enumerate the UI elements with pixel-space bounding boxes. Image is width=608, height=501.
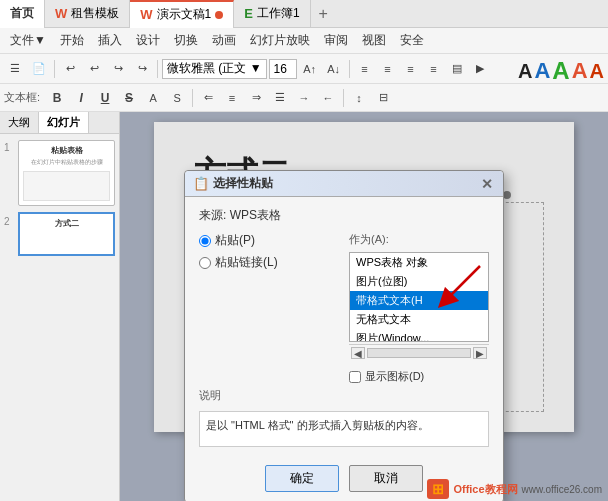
menu-file[interactable]: 文件▼ [4,30,52,51]
font-name-box[interactable]: 微软雅黑 (正文 ▼ [162,59,267,79]
slide-thumb-2[interactable]: 2 方式二 [18,212,115,256]
as-label: 作为(A): [349,232,489,247]
watermark: ⊞ Office教程网 www.office26.com [427,479,602,499]
dialog-title-text: 选择性粘贴 [213,175,273,192]
tb-menu-icon[interactable]: ☰ [4,58,26,80]
ok-button[interactable]: 确定 [265,465,339,492]
menu-switch[interactable]: 切换 [168,30,204,51]
left-tab-outline[interactable]: 大纲 [0,112,39,133]
tb-para1[interactable]: ≡ [354,58,376,80]
fmt-align-left[interactable]: ⇐ [197,87,219,109]
tb-undo2[interactable]: ↩ [83,58,105,80]
paste-radio[interactable] [199,235,211,247]
tab-template-label: 租售模板 [71,5,119,22]
menu-insert[interactable]: 插入 [92,30,128,51]
ribbon-menu: 文件▼ 开始 插入 设计 切换 动画 幻灯片放映 审阅 视图 安全 [0,28,608,54]
scroll-right[interactable]: ▶ [473,347,487,359]
scroll-track[interactable] [367,348,471,358]
tab-sheet1-label: 工作簿1 [257,5,300,22]
ppt1-icon: W [140,7,152,22]
canvas-area: 方式二 📋 选择性粘贴 ✕ 来源: WPS表格 [120,112,608,501]
menu-slideshow[interactable]: 幻灯片放映 [244,30,316,51]
site-name: Office教程网 [453,482,517,497]
fmt-indent-less[interactable]: ← [317,87,339,109]
slide-thumb-1[interactable]: 1 粘贴表格 在幻灯片中粘贴表格的步骤 [18,140,115,206]
tb-para3[interactable]: ≡ [400,58,422,80]
fmt-bold[interactable]: B [46,87,68,109]
as-item-1[interactable]: 图片(位图) [350,272,488,291]
display-icon-row: 显示图标(D) [349,369,489,384]
dialog-source: 来源: WPS表格 [199,207,489,224]
menu-animation[interactable]: 动画 [206,30,242,51]
as-item-2[interactable]: 带格式文本(H [350,291,488,310]
menu-security[interactable]: 安全 [394,30,430,51]
tab-dot [215,11,223,19]
home-label: 首页 [10,5,34,22]
fmt-strikethrough[interactable]: S [118,87,140,109]
left-panel: 大纲 幻灯片 1 粘贴表格 在幻灯片中粘贴表格的步骤 2 方式二 [0,112,120,501]
cancel-button[interactable]: 取消 [349,465,423,492]
as-item-0[interactable]: WPS表格 对象 [350,253,488,272]
dialog-right-col: 作为(A): WPS表格 对象 图片(位图) 带格式文本(H 无格式文本 图片(… [349,232,489,384]
dialog-close-button[interactable]: ✕ [479,176,495,192]
site-url: www.office26.com [522,484,602,495]
dialog-left-col: 粘贴(P) 粘贴链接(L) [199,232,339,384]
slide2-thumb-label: 方式二 [24,218,109,229]
tb-redo[interactable]: ↪ [107,58,129,80]
as-item-3[interactable]: 无格式文本 [350,310,488,329]
fmt-indent-more[interactable]: → [293,87,315,109]
tb-undo[interactable]: ↩ [59,58,81,80]
tb-redo2[interactable]: ↪ [131,58,153,80]
display-icon-label: 显示图标(D) [365,369,424,384]
tb-decrease-font[interactable]: A↓ [323,58,345,80]
fmt-align-center[interactable]: ≡ [221,87,243,109]
sep2 [157,60,158,78]
menu-review[interactable]: 审阅 [318,30,354,51]
fmt-line-spacing[interactable]: ↕ [348,87,370,109]
left-tab-slides[interactable]: 幻灯片 [39,112,89,133]
scroll-left[interactable]: ◀ [351,347,365,359]
paste-option-row[interactable]: 粘贴(P) [199,232,339,249]
font-size-box[interactable]: 16 [269,59,297,79]
slide1-thumb-subtitle: 在幻灯片中粘贴表格的步骤 [23,158,110,167]
toolbar2: 文本框: B I U S A S ⇐ ≡ ⇒ ☰ → ← ↕ ⊟ [0,84,608,112]
tab-sheet1[interactable]: E 工作簿1 [234,0,310,28]
tb-para6[interactable]: ▶ [469,58,491,80]
sheet1-icon: E [244,6,253,21]
display-icon-checkbox[interactable] [349,371,361,383]
as-item-4[interactable]: 图片(Window... [350,329,488,342]
menu-start[interactable]: 开始 [54,30,90,51]
tb-increase-font[interactable]: A↑ [299,58,321,80]
template-icon: W [55,6,67,21]
tab-add[interactable]: + [311,0,336,28]
big-a-red2: A [590,60,604,83]
menu-view[interactable]: 视图 [356,30,392,51]
paste-link-option-row[interactable]: 粘贴链接(L) [199,254,339,271]
tb-para5[interactable]: ▤ [446,58,468,80]
tab-template[interactable]: W 租售模板 [45,0,130,28]
slide-num-1: 1 [4,142,10,153]
sep4 [192,89,193,107]
fmt-italic[interactable]: I [70,87,92,109]
fmt-row[interactable]: ⊟ [372,87,394,109]
tb-para2[interactable]: ≡ [377,58,399,80]
left-panel-tabs: 大纲 幻灯片 [0,112,119,134]
paste-link-radio[interactable] [199,257,211,269]
menu-design[interactable]: 设计 [130,30,166,51]
paste-special-dialog: 📋 选择性粘贴 ✕ 来源: WPS表格 粘贴(P) [184,170,504,501]
tb-file-icon[interactable]: 📄 [28,58,50,80]
fmt-shadow[interactable]: S [166,87,188,109]
tab-home[interactable]: 首页 [0,0,45,28]
fmt-list[interactable]: ☰ [269,87,291,109]
tb-para4[interactable]: ≡ [423,58,445,80]
fmt-align-right[interactable]: ⇒ [245,87,267,109]
main-area: 大纲 幻灯片 1 粘贴表格 在幻灯片中粘贴表格的步骤 2 方式二 方式二 [0,112,608,501]
tab-ppt1[interactable]: W 演示文稿1 [130,0,234,28]
office-logo: ⊞ [427,479,449,499]
fmt-char-spacing[interactable]: A [142,87,164,109]
tab-bar: 首页 W 租售模板 W 演示文稿1 E 工作簿1 + [0,0,608,28]
big-a-black: A [518,60,532,83]
font-size-value: 16 [274,62,287,76]
fmt-underline[interactable]: U [94,87,116,109]
sep5 [343,89,344,107]
